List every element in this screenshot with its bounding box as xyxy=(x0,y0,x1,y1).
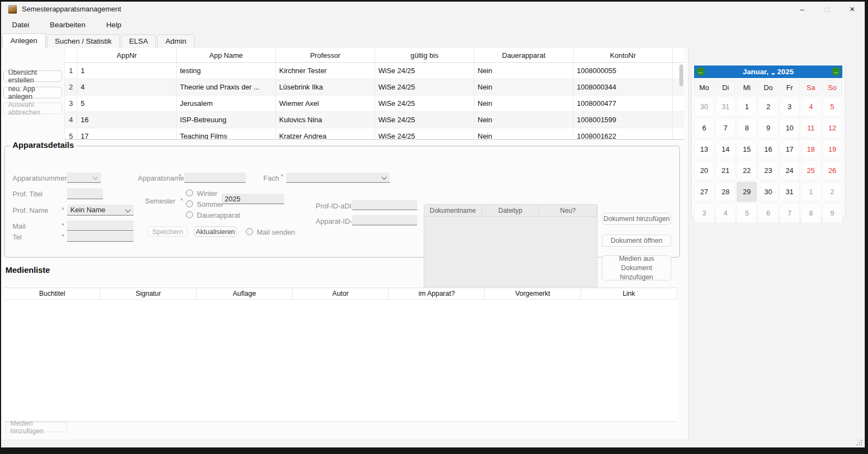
calendar-day[interactable]: 22 xyxy=(737,160,757,181)
calendar-day[interactable]: 31 xyxy=(780,182,800,202)
calendar-day[interactable]: 12 xyxy=(822,118,842,138)
calendar-day[interactable]: 29 xyxy=(737,182,757,202)
calendar-day[interactable]: 27 xyxy=(694,182,714,202)
mail-field[interactable] xyxy=(67,220,134,231)
calendar-day[interactable]: 18 xyxy=(801,139,821,159)
previous-month-icon[interactable]: ← xyxy=(696,67,705,76)
table-row[interactable]: 4 16 ISP-Betreuung Kulovics Nina WiSe 24… xyxy=(65,112,684,128)
medien-hinzufuegen-button[interactable]: Medien hinzufügen xyxy=(5,422,67,432)
prof-name-combo[interactable]: Kein Name xyxy=(67,205,134,216)
close-icon[interactable]: ✕ xyxy=(840,2,865,17)
calendar-day[interactable]: 14 xyxy=(715,139,736,159)
table-row[interactable]: 1 1 testing Kirchner Tester WiSe 24/25 N… xyxy=(65,63,684,79)
mail-senden-radio[interactable] xyxy=(246,228,253,235)
year-field[interactable]: 2025 xyxy=(221,194,284,204)
column-header[interactable]: KontoNr xyxy=(574,48,673,62)
column-header[interactable]: Link xyxy=(581,288,677,299)
auswahl-abbrechen-button[interactable]: Auswahl abbrechen xyxy=(3,103,62,114)
column-header[interactable]: Buchtitel xyxy=(4,288,100,299)
aktualisieren-button[interactable]: Aktualisieren xyxy=(194,226,237,237)
apparatsname-field[interactable] xyxy=(184,172,246,183)
prof-titel-field[interactable] xyxy=(67,188,103,199)
calendar-day[interactable]: 28 xyxy=(715,182,736,202)
column-header[interactable]: Auflage xyxy=(197,288,293,299)
tel-field[interactable] xyxy=(67,231,134,242)
calendar-day[interactable]: 15 xyxy=(737,139,757,159)
column-header[interactable]: Neu? xyxy=(539,205,597,216)
calendar-day[interactable]: 8 xyxy=(737,118,757,138)
calendar-title[interactable]: Januar, 2025 xyxy=(743,68,793,76)
calendar-day[interactable]: 3 xyxy=(694,203,714,223)
column-header[interactable]: Signatur xyxy=(100,288,196,299)
next-month-icon[interactable]: → xyxy=(831,67,840,76)
column-header[interactable]: Dokumentname xyxy=(424,205,482,216)
table-row[interactable]: 2 4 Theorie und Praxis der ... Lüsebrink… xyxy=(65,79,684,95)
menu-item[interactable]: Bearbeiten xyxy=(44,18,92,32)
calendar-day[interactable]: 6 xyxy=(694,118,714,138)
calendar-day[interactable]: 6 xyxy=(758,203,778,223)
tab[interactable]: Admin xyxy=(157,34,194,48)
calendar-day[interactable]: 11 xyxy=(801,118,821,138)
calendar-day[interactable]: 19 xyxy=(822,139,842,159)
calendar-day[interactable]: 7 xyxy=(780,203,800,223)
calendar-day[interactable]: 16 xyxy=(758,139,778,159)
calendar-day[interactable]: 21 xyxy=(715,160,736,181)
tab[interactable]: ELSA xyxy=(121,34,156,48)
calendar-day[interactable]: 9 xyxy=(822,203,842,223)
calendar-day[interactable]: 5 xyxy=(822,97,842,117)
maximize-icon[interactable]: □ xyxy=(815,2,840,17)
calendar-day[interactable]: 23 xyxy=(758,160,778,181)
calendar-day[interactable]: 31 xyxy=(715,97,736,117)
sommer-radio[interactable] xyxy=(186,200,193,207)
dokument-hinzufuegen-button[interactable]: Dokument hinzufügen xyxy=(602,213,671,225)
calendar-day[interactable]: 10 xyxy=(780,118,800,138)
uebersicht-erstellen-button[interactable]: Übersicht erstellen xyxy=(3,70,62,82)
calendar-day[interactable]: 5 xyxy=(737,203,757,223)
menu-item[interactable]: Datei xyxy=(5,18,36,32)
prof-id-adis-field[interactable] xyxy=(352,200,417,210)
fach-combo[interactable] xyxy=(286,172,390,183)
column-header[interactable]: Professor xyxy=(276,48,375,62)
table-row[interactable]: 5 17 Teaching Films Kratzer Andrea WiSe … xyxy=(65,128,684,140)
calendar-day[interactable]: 25 xyxy=(801,160,821,181)
calendar-day[interactable]: 30 xyxy=(694,97,714,117)
calendar-day[interactable]: 1 xyxy=(737,97,757,117)
calendar-day[interactable]: 2 xyxy=(758,97,778,117)
calendar-day[interactable]: 9 xyxy=(758,118,778,138)
tab[interactable]: Anlegen xyxy=(2,33,46,48)
table-scrollbar[interactable] xyxy=(679,64,683,86)
neue-app-anlegen-button[interactable]: neu. App anlegen xyxy=(3,87,62,98)
tab[interactable]: Suchen / Statistik xyxy=(47,34,120,48)
dokument-oeffnen-button[interactable]: Dokument öffnen xyxy=(602,235,671,247)
apparatsnummer-combo[interactable] xyxy=(67,172,101,183)
calendar-day[interactable]: 1 xyxy=(801,182,821,202)
calendar-day[interactable]: 24 xyxy=(780,160,800,181)
column-header[interactable]: im Apparat? xyxy=(389,288,485,299)
column-header[interactable]: Autor xyxy=(293,288,389,299)
apparat-id-adis-field[interactable] xyxy=(352,215,417,225)
menu-item[interactable]: Help xyxy=(100,18,128,32)
minimize-icon[interactable]: – xyxy=(789,2,815,17)
column-header[interactable]: Vorgemerkt xyxy=(485,288,581,299)
calendar-day[interactable]: 3 xyxy=(780,97,800,117)
column-header[interactable]: AppNr xyxy=(77,48,177,62)
calendar-day[interactable]: 7 xyxy=(715,118,736,138)
speichern-button[interactable]: Speichern xyxy=(148,226,188,237)
table-row[interactable]: 3 5 Jerusalem Wiemer Axel WiSe 24/25 Nei… xyxy=(65,95,684,112)
calendar-day[interactable]: 17 xyxy=(780,139,800,159)
column-header[interactable]: Dauerapparat xyxy=(474,48,574,62)
column-header[interactable]: Dateityp xyxy=(482,205,540,216)
calendar-day[interactable]: 4 xyxy=(715,203,736,223)
calendar-day[interactable]: 20 xyxy=(694,160,714,181)
dauerapparat-radio[interactable] xyxy=(186,211,193,218)
column-header[interactable]: App Name xyxy=(177,48,276,62)
resize-grip[interactable] xyxy=(861,444,862,445)
winter-radio[interactable] xyxy=(186,189,193,196)
calendar-day[interactable]: 2 xyxy=(822,182,842,202)
calendar-day[interactable]: 13 xyxy=(694,139,714,159)
calendar-day[interactable]: 26 xyxy=(822,160,842,181)
column-header[interactable]: gültig bis xyxy=(375,48,474,62)
calendar-day[interactable]: 30 xyxy=(758,182,778,202)
calendar-day[interactable]: 8 xyxy=(801,203,821,223)
medien-aus-dokument-button[interactable]: Medien aus Dokument hinzufügen xyxy=(602,255,671,280)
